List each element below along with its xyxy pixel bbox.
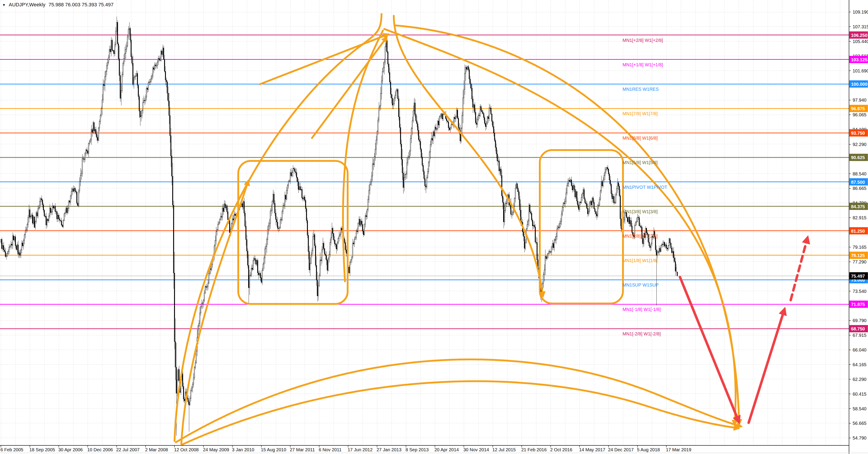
candle bbox=[468, 66, 469, 69]
candle bbox=[617, 182, 618, 189]
time-tick-label: 2 Oct 2016 bbox=[550, 447, 572, 452]
level-badge-value: 96.875 bbox=[851, 106, 865, 111]
time-tick-label: 17 Jun 2012 bbox=[348, 447, 373, 452]
symbol-dropdown-icon[interactable]: ▼ bbox=[2, 3, 6, 7]
bottom-swoosh-1[interactable] bbox=[176, 360, 741, 442]
candle bbox=[110, 49, 111, 52]
candle bbox=[662, 244, 662, 246]
candle bbox=[278, 228, 279, 229]
candle bbox=[341, 228, 341, 234]
candle bbox=[200, 307, 201, 313]
candle bbox=[613, 196, 614, 199]
price-tick-label: 97.940 bbox=[852, 97, 866, 103]
candle bbox=[103, 84, 103, 100]
candle bbox=[408, 157, 408, 163]
candle bbox=[616, 189, 617, 194]
candle bbox=[302, 189, 303, 198]
candle bbox=[226, 206, 226, 208]
candle bbox=[216, 231, 217, 240]
drawing-objects[interactable] bbox=[175, 14, 741, 445]
candle bbox=[209, 274, 209, 283]
candle bbox=[496, 147, 497, 154]
candle bbox=[116, 22, 117, 31]
candle bbox=[395, 95, 396, 98]
price-tick-label: 62.290 bbox=[852, 377, 866, 382]
candle bbox=[332, 228, 332, 238]
price-tick-label: 66.040 bbox=[852, 347, 866, 352]
candle bbox=[381, 81, 382, 94]
candle bbox=[399, 117, 400, 127]
candle bbox=[90, 140, 91, 142]
candle bbox=[587, 208, 588, 214]
sell-projection[interactable] bbox=[680, 277, 739, 421]
candle bbox=[368, 199, 368, 210]
highlight-rectangle[interactable] bbox=[238, 161, 348, 304]
time-tick-label: 21 Feb 2016 bbox=[521, 447, 547, 452]
highlight-rectangle[interactable] bbox=[540, 150, 623, 304]
candle bbox=[292, 173, 292, 176]
candle bbox=[382, 72, 383, 81]
candle bbox=[588, 211, 589, 214]
candle bbox=[476, 123, 477, 124]
price-tick-label: 56.665 bbox=[852, 421, 866, 426]
candle bbox=[675, 262, 676, 272]
candle bbox=[83, 159, 84, 159]
murrey-level-label: MN1PIVOT W1PIVOT bbox=[622, 185, 667, 190]
candle bbox=[280, 220, 281, 227]
candle bbox=[413, 111, 414, 121]
candle bbox=[194, 367, 195, 378]
candle bbox=[84, 159, 85, 160]
candle bbox=[361, 221, 361, 225]
candle bbox=[383, 68, 384, 72]
time-tick-label: 20 Apr 2014 bbox=[434, 447, 459, 452]
candle bbox=[337, 243, 338, 249]
candle bbox=[384, 62, 385, 68]
price-chart-canvas[interactable]: 109.190107.315105.440103.565101.69097.94… bbox=[0, 0, 868, 454]
candle bbox=[364, 224, 365, 235]
candle bbox=[305, 197, 305, 200]
candle bbox=[380, 94, 381, 106]
bottom-swoosh-2[interactable] bbox=[182, 381, 738, 445]
candle bbox=[92, 130, 93, 133]
candle bbox=[548, 254, 548, 257]
candle bbox=[138, 85, 139, 96]
candle bbox=[359, 219, 360, 223]
candle bbox=[552, 244, 553, 247]
candle bbox=[448, 122, 449, 127]
candle bbox=[308, 235, 309, 252]
candle bbox=[283, 205, 283, 211]
signal-arrows[interactable] bbox=[680, 238, 807, 423]
candle bbox=[102, 100, 103, 108]
candle bbox=[79, 191, 79, 205]
candle bbox=[643, 238, 643, 244]
candle bbox=[183, 387, 184, 399]
murrey-level-label: MN1[6/8] W1[6/8] bbox=[622, 136, 658, 141]
candle bbox=[18, 245, 19, 254]
candle bbox=[39, 201, 40, 207]
buy-projection[interactable] bbox=[749, 310, 784, 423]
time-axis-labels: 6 Feb 200518 Sep 200530 Apr 200610 Dec 2… bbox=[0, 446, 691, 452]
candle bbox=[31, 215, 32, 216]
candle bbox=[276, 219, 277, 222]
candle bbox=[10, 246, 10, 247]
candle bbox=[528, 221, 528, 225]
candle bbox=[60, 221, 61, 221]
candle bbox=[379, 108, 379, 120]
candle bbox=[604, 172, 605, 176]
candle bbox=[248, 251, 248, 265]
candle bbox=[641, 226, 642, 227]
candle bbox=[376, 140, 377, 149]
time-tick-label: 22 Jul 2007 bbox=[116, 447, 140, 452]
candle bbox=[616, 194, 616, 203]
murrey-level-label: MN1[5/8] W1[5/8] bbox=[622, 160, 658, 165]
candle bbox=[5, 252, 6, 257]
candle bbox=[656, 250, 657, 255]
candle bbox=[271, 210, 272, 211]
candle bbox=[432, 138, 433, 140]
candle bbox=[132, 57, 132, 63]
buy-projection-extension[interactable] bbox=[791, 238, 807, 300]
peak-pointer-2[interactable] bbox=[312, 37, 386, 138]
candle bbox=[256, 260, 256, 264]
candle bbox=[191, 390, 191, 398]
candle bbox=[421, 149, 422, 157]
